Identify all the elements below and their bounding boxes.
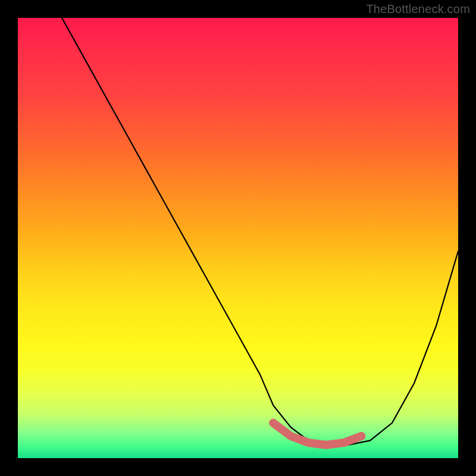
chart-frame: TheBottleneck.com: [0, 0, 476, 476]
optimum-marker-dot: [357, 432, 365, 440]
bottleneck-curve: [62, 18, 458, 445]
plot-area: [18, 18, 458, 458]
optimum-marker-band: [273, 423, 361, 445]
watermark-text: TheBottleneck.com: [366, 2, 470, 16]
chart-svg: [18, 18, 458, 458]
